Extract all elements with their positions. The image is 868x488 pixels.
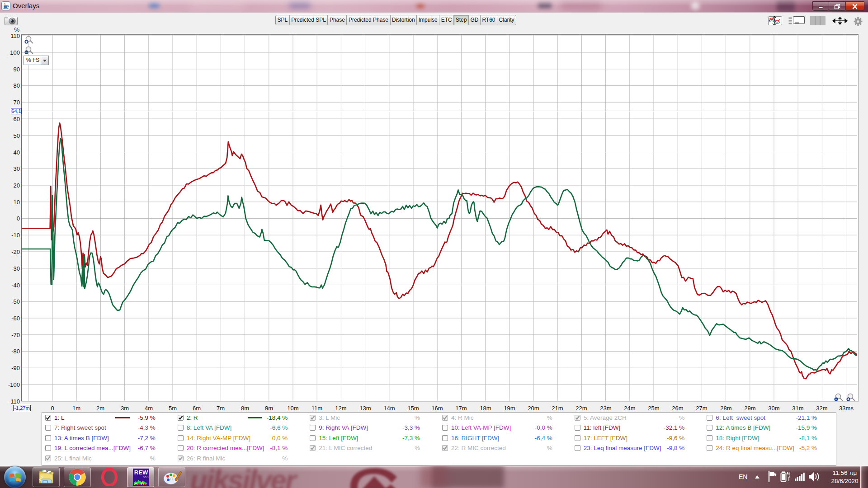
svg-text:REW: REW <box>134 469 148 476</box>
svg-text:V5.1: V5.1 <box>143 476 149 479</box>
